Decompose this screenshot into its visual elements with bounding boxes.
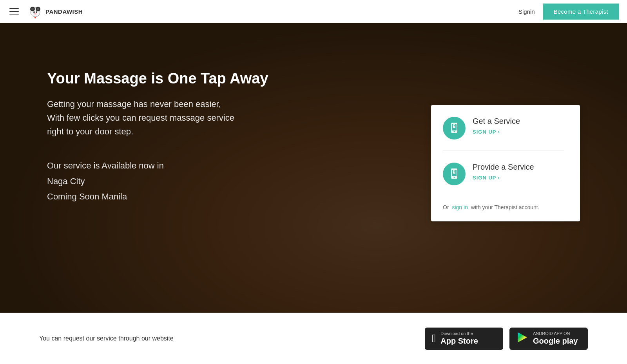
svg-point-16	[454, 177, 455, 178]
logo[interactable]: PANDAWISH	[27, 4, 83, 19]
svg-point-3	[31, 8, 34, 10]
app-store-badge[interactable]:  Download on the App Store	[425, 328, 503, 350]
google-play-text: ANDROID APP ON Google play	[533, 331, 578, 346]
hero-section: Your Massage is One Tap Away Getting you…	[0, 23, 627, 313]
get-service-title: Get a Service	[473, 117, 520, 126]
svg-point-11	[454, 131, 455, 132]
signin-link[interactable]: Signin	[518, 8, 535, 15]
svg-point-6	[36, 11, 37, 13]
svg-marker-19	[518, 332, 527, 342]
get-service-text: Get a Service SIGN UP ›	[473, 117, 520, 135]
provide-service-signup[interactable]: SIGN UP ›	[473, 175, 534, 181]
hero-content: Your Massage is One Tap Away Getting you…	[0, 23, 627, 313]
footer-apps:  Download on the App Store	[425, 328, 588, 350]
hero-description: Getting your massage has never been easi…	[47, 97, 345, 139]
svg-point-18	[454, 172, 455, 173]
provide-service-item: Provide a Service SIGN UP ›	[443, 163, 564, 196]
apple-icon: 	[432, 332, 436, 345]
google-play-large-label: Google play	[533, 336, 578, 346]
provide-service-title: Provide a Service	[473, 163, 534, 172]
provide-service-text: Provide a Service SIGN UP ›	[473, 163, 534, 181]
app-store-text: Download on the App Store	[440, 331, 478, 346]
svg-point-4	[37, 8, 39, 10]
get-service-signup[interactable]: SIGN UP ›	[473, 129, 520, 135]
hero-title: Your Massage is One Tap Away	[47, 70, 345, 88]
google-play-small-label: ANDROID APP ON	[533, 331, 578, 336]
get-service-icon	[443, 117, 466, 139]
provide-service-icon	[443, 163, 466, 185]
footer: You can request our service through our …	[0, 313, 627, 364]
footer-text: You can request our service through our …	[39, 335, 174, 342]
card-signin-link[interactable]: sign in	[452, 204, 468, 210]
google-play-badge[interactable]: ANDROID APP ON Google play	[509, 328, 588, 350]
become-therapist-button[interactable]: Become a Therapist	[543, 4, 619, 20]
logo-text: PANDAWISH	[45, 8, 83, 15]
hamburger-menu[interactable]	[8, 7, 20, 16]
svg-point-8	[34, 17, 36, 18]
card-footer: Or sign in with your Therapist account.	[443, 204, 564, 210]
get-service-item: Get a Service SIGN UP ›	[443, 117, 564, 151]
header-left: PANDAWISH	[8, 4, 83, 19]
logo-icon	[27, 4, 43, 19]
signup-card: Get a Service SIGN UP ›	[431, 105, 580, 221]
svg-point-13	[454, 127, 455, 127]
header-right: Signin Become a Therapist	[518, 4, 619, 20]
app-store-large-label: App Store	[440, 336, 478, 346]
svg-point-7	[34, 13, 36, 14]
google-play-icon	[516, 331, 528, 346]
app-store-small-label: Download on the	[440, 331, 478, 336]
hero-availability: Our service is Available now in Naga Cit…	[47, 158, 345, 205]
hero-text: Your Massage is One Tap Away Getting you…	[47, 70, 345, 205]
header: PANDAWISH Signin Become a Therapist	[0, 0, 627, 23]
svg-point-5	[33, 11, 35, 13]
